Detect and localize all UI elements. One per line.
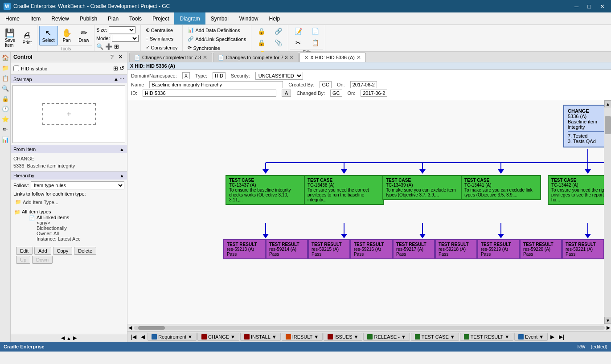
edit-btn-2[interactable]: 📄: [307, 26, 323, 37]
pan-button[interactable]: ✋ Pan: [59, 26, 75, 45]
maximize-btn[interactable]: □: [585, 2, 594, 11]
size-select[interactable]: [109, 26, 135, 33]
vscroll-up-btn[interactable]: ▲: [604, 100, 611, 107]
test-result-7[interactable]: TEST RESULT res-59220 (A) Pass: [520, 239, 562, 259]
link-btn-1[interactable]: 🔒: [253, 26, 269, 37]
left-icon-lock[interactable]: 🔒: [0, 94, 10, 103]
left-icon-graph[interactable]: 📊: [0, 135, 10, 144]
tab-changes-to-complete[interactable]: 📄 Changes to complete for 7.3 ✕: [213, 53, 299, 62]
add-data-definitions-btn[interactable]: 📊 Add Data Definitions: [185, 26, 249, 34]
left-icon-search[interactable]: 🔍: [0, 83, 10, 93]
minimize-btn[interactable]: ─: [572, 2, 581, 11]
hscroll-left-btn[interactable]: ◀: [128, 325, 132, 331]
test-result-6[interactable]: TEST RESULT res-59219 (A) Pass: [477, 239, 520, 259]
id-action-btn[interactable]: A: [282, 90, 291, 97]
follow-select[interactable]: Item type rules: [31, 181, 124, 189]
link-btn-4[interactable]: 📎: [270, 37, 286, 48]
change-node[interactable]: CHANGE 5336 (A) Baseline item integrity …: [563, 105, 604, 147]
menu-item[interactable]: Item: [25, 12, 46, 25]
id-input[interactable]: [143, 90, 276, 97]
name-input[interactable]: [149, 81, 283, 88]
menu-tools[interactable]: Tools: [124, 12, 147, 25]
vscroll-thumb[interactable]: [605, 116, 611, 134]
bottom-tab-testresult[interactable]: TEST RESULT ▼: [460, 333, 513, 341]
hscroll-right-btn[interactable]: ▶: [607, 325, 610, 331]
draw-button[interactable]: ✏ Draw: [76, 26, 92, 45]
edit-btn-1[interactable]: 📝: [290, 26, 306, 37]
left-scroll-left[interactable]: ◀: [61, 335, 65, 341]
menu-window[interactable]: Window: [234, 12, 264, 25]
diagram-scroll[interactable]: CHANGE 5336 (A) Baseline item integrity …: [127, 100, 604, 324]
test-result-1[interactable]: TEST RESULT res-59214 (A) Pass: [266, 239, 308, 259]
swimlanes-btn[interactable]: ≡ Swimlanes: [143, 35, 181, 43]
bottom-tab-issues[interactable]: ISSUES ▼: [324, 333, 362, 341]
menu-plan[interactable]: Plan: [103, 12, 124, 25]
test-case-2[interactable]: TEST CASE TC-13439 (A) To make sure you …: [382, 175, 463, 200]
add-btn[interactable]: Add: [34, 247, 51, 255]
tab-close-2[interactable]: ✕: [289, 54, 294, 61]
bottom-tab-requirement[interactable]: Requirement ▼: [148, 333, 197, 341]
consistency-btn[interactable]: ✓ Consistency: [143, 43, 181, 52]
menu-diagram[interactable]: Diagram: [174, 12, 205, 25]
add-item-type-btn[interactable]: 📁 Add Item Type...: [13, 198, 124, 206]
bottom-nav-left1[interactable]: |◀: [129, 333, 138, 341]
refresh-left-icon[interactable]: ↺: [119, 65, 124, 72]
tab-hid-5336[interactable]: ✕ X HID: HID 5336 (A) ✕: [299, 53, 366, 62]
menu-review[interactable]: Review: [46, 12, 74, 25]
left-scroll-up[interactable]: ▲: [66, 335, 71, 341]
bottom-tab-event[interactable]: Event ▼: [514, 333, 548, 341]
help-icon[interactable]: ?: [109, 53, 115, 61]
tab-changes-completed[interactable]: 📄 Changes completed for 7.3 ✕: [129, 53, 212, 62]
grid-view-icon[interactable]: ⊞: [113, 65, 118, 72]
link-btn-2[interactable]: 🔗: [270, 26, 286, 37]
menu-publish[interactable]: Publish: [74, 12, 103, 25]
print-button[interactable]: 🖨 Print: [19, 29, 35, 48]
menu-symbol[interactable]: Symbol: [205, 12, 234, 25]
test-result-3[interactable]: TEST RESULT res-59216 (A) Pass: [350, 239, 393, 259]
bottom-tab-install[interactable]: INSTALL ▼: [240, 333, 281, 341]
test-result-5[interactable]: TEST RESULT res-59218 (A) Pass: [435, 239, 477, 259]
edit-btn-4[interactable]: 📋: [307, 37, 323, 48]
test-result-8[interactable]: TEST RESULT res-59221 (A) Pass: [562, 239, 604, 259]
add-link-specifications-btn[interactable]: 🔗 Add/Link Specifications: [185, 35, 249, 43]
hierarchy-expand-icon[interactable]: ▲: [119, 173, 124, 178]
left-scroll-right[interactable]: ▶: [73, 335, 77, 341]
copy-btn[interactable]: Copy: [53, 247, 73, 255]
diagram-area[interactable]: CHANGE 5336 (A) Baseline item integrity …: [127, 100, 604, 324]
delete-btn[interactable]: Delete: [74, 247, 96, 255]
close-control-icon[interactable]: ✕: [117, 53, 124, 61]
tab-close-3[interactable]: ✕: [357, 54, 361, 61]
tab-close-1[interactable]: ✕: [203, 54, 207, 61]
bottom-nav-right1[interactable]: ▶: [549, 333, 556, 341]
down-btn[interactable]: Down: [32, 256, 53, 264]
bottom-tab-change[interactable]: CHANGE ▼: [197, 333, 239, 341]
from-item-expand-icon[interactable]: ▲: [119, 147, 124, 152]
test-case-0[interactable]: TEST CASE TC-13437 (A) To ensure the bas…: [226, 175, 306, 205]
left-icon-list[interactable]: 📋: [0, 73, 10, 83]
hscroll-thumb[interactable]: [138, 326, 165, 330]
menu-help[interactable]: Help: [264, 12, 286, 25]
centralise-btn[interactable]: ⊕ Centralise: [143, 26, 181, 34]
zoom-fit-icon[interactable]: ⊞: [114, 43, 119, 50]
bottom-tab-release[interactable]: RELEASE - ▼: [363, 333, 410, 341]
bottom-nav-right2[interactable]: ▶|: [557, 333, 566, 341]
menu-home[interactable]: Home: [0, 12, 25, 25]
synchronise-btn[interactable]: ⟳ Synchronise: [185, 44, 249, 52]
starmap-menu-icon[interactable]: ⋯: [119, 76, 124, 82]
zoom-in-icon[interactable]: ➕: [105, 43, 112, 50]
left-icon-pen[interactable]: ✏: [0, 124, 10, 134]
test-case-3[interactable]: TEST CASE TC-13441 (A) To make sure you …: [461, 175, 541, 200]
bottom-tab-iresult[interactable]: IRESULT ▼: [282, 333, 323, 341]
close-btn[interactable]: ✕: [597, 2, 607, 11]
bottom-tab-testcase[interactable]: TEST CASE ▼: [411, 333, 459, 341]
bottom-nav-left2[interactable]: ◀: [139, 333, 147, 341]
edit-btn[interactable]: Edit: [16, 247, 33, 255]
link-btn-3[interactable]: 🔒: [253, 37, 269, 48]
test-result-4[interactable]: TEST RESULT res-59217 (A) Pass: [393, 239, 435, 259]
test-case-4[interactable]: TEST CASE TC-13442 (A) To ensure you nee…: [548, 175, 604, 205]
left-icon-folder[interactable]: 📁: [0, 63, 10, 73]
test-result-2[interactable]: TEST RESULT res-59215 (A) Pass: [308, 239, 350, 259]
menu-project[interactable]: Project: [147, 12, 174, 25]
edit-btn-3[interactable]: ✂: [290, 37, 306, 48]
security-dropdown[interactable]: UNCLASSIFIED: [255, 72, 303, 80]
